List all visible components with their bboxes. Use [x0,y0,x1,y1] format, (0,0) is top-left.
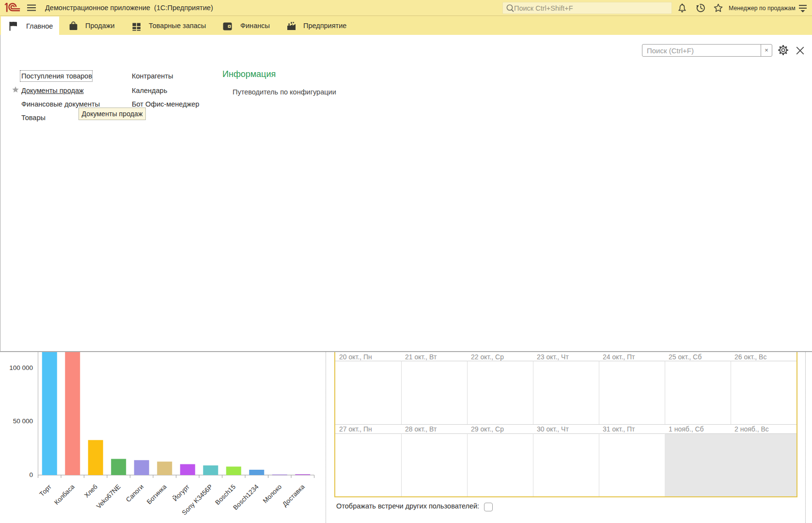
svg-text:Йогурт: Йогурт [172,483,191,503]
svg-text:Bosch15: Bosch15 [214,483,237,507]
svg-text:Хлеб: Хлеб [83,483,99,499]
svg-text:Молоко: Молоко [262,483,283,505]
svg-text:Доставка: Доставка [281,483,306,508]
svg-text:Ботинка: Ботинка [145,483,168,506]
svg-text:0: 0 [29,471,33,478]
svg-text:Veko67NE: Veko67NE [95,483,122,510]
svg-text:Bosch1234: Bosch1234 [232,483,260,511]
svg-text:Торт: Торт [38,483,53,498]
svg-text:100 000: 100 000 [9,364,33,371]
svg-text:50 000: 50 000 [13,417,33,425]
svg-text:Сапоги: Сапоги [125,483,145,504]
svg-text:Колбаса: Колбаса [53,483,76,506]
